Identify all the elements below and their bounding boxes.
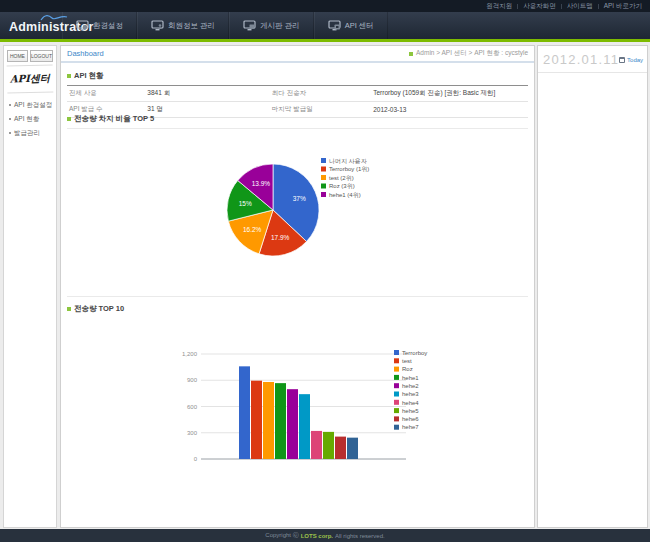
y-axis-tick-label: 1,200 xyxy=(182,351,198,357)
divider xyxy=(517,4,518,9)
sidebar-item-label: API 현황 xyxy=(14,115,39,124)
legend-swatch xyxy=(394,350,399,355)
nav-item-api-center[interactable]: API 센터 xyxy=(314,12,388,39)
nav-item-label: 환경설정 xyxy=(93,21,123,31)
section-title-api-status: API 현황 xyxy=(67,71,528,81)
bar-hehe6[interactable] xyxy=(335,437,346,459)
today-link[interactable]: Today xyxy=(619,57,643,63)
bar-legend-label: hehe4 xyxy=(402,400,419,406)
section-title-bar-top10: 전송량 TOP 10 xyxy=(67,304,528,318)
bar-hehe5[interactable] xyxy=(323,432,334,459)
nav-item-members[interactable]: 회원정보 관리 xyxy=(137,12,229,39)
section-bullet-icon xyxy=(67,74,71,78)
date-panel-header: 2012.01.11 Today xyxy=(538,46,647,73)
top-nav: 환경설정 회원정보 관리 게시판 관리 xyxy=(62,12,388,39)
bar-chart: 03006009001,200TerrorboytestRozhehe1hehe… xyxy=(61,334,536,484)
pie-percent-label: 13.9% xyxy=(252,180,271,187)
bar-legend-label: Terrorboy xyxy=(402,350,427,356)
bar-hehe1[interactable] xyxy=(275,383,286,459)
footer-brand: LOTS corp. xyxy=(301,533,333,539)
breadcrumb-bar: Dashboard Admin > API 센터 > API 현황 : cycs… xyxy=(61,46,534,63)
monitor-board-icon xyxy=(243,20,256,31)
pie-legend-label: Terrorboy (1위) xyxy=(329,166,369,172)
bullet-icon xyxy=(9,104,11,106)
pie-legend-label: test (2위) xyxy=(329,175,354,181)
breadcrumb-bullet-icon xyxy=(409,52,413,56)
main-panel: Dashboard Admin > API 센터 > API 현황 : cycs… xyxy=(60,45,535,528)
bar-legend-label: hehe1 xyxy=(402,375,419,381)
section-title-text: 전송량 TOP 10 xyxy=(74,304,124,314)
pie-percent-label: 16.2% xyxy=(243,226,262,233)
bar-hehe4[interactable] xyxy=(311,431,322,459)
bar-test[interactable] xyxy=(251,381,262,459)
legend-swatch xyxy=(321,192,326,197)
pie-percent-label: 37% xyxy=(293,195,306,202)
home-button[interactable]: HOME xyxy=(7,50,28,62)
status-label: 최다 전송자 xyxy=(270,86,371,102)
nav-item-board[interactable]: 게시판 관리 xyxy=(229,12,314,39)
sidebar-item-issue-management[interactable]: 발급관리 xyxy=(4,126,56,140)
sidebar-item-api-status[interactable]: API 현황 xyxy=(4,112,56,126)
y-axis-tick-label: 300 xyxy=(187,430,198,436)
pie-percent-label: 17.9% xyxy=(271,234,290,241)
legend-swatch xyxy=(321,167,326,172)
bar-Terrorboy[interactable] xyxy=(239,366,250,459)
bar-legend-label: hehe3 xyxy=(402,391,419,397)
bullet-icon xyxy=(9,118,11,120)
copyright-prefix: Copyright ⓒ xyxy=(265,531,298,540)
bar-legend-label: Roz xyxy=(402,366,413,372)
sidebar-menu: API 환경설정 API 현황 발급관리 xyxy=(4,98,56,140)
pie-chart: 37%17.9%16.2%15%13.9%나머지 사용자Terrorboy (1… xyxy=(61,128,536,296)
sidebar-item-api-settings[interactable]: API 환경설정 xyxy=(4,98,56,112)
section-title-text: 전송량 차지 비율 TOP 5 xyxy=(74,114,154,124)
legend-swatch xyxy=(321,184,326,189)
breadcrumb: Admin > API 센터 > API 현황 : cycstyle xyxy=(409,49,528,58)
nav-item-label: 회원정보 관리 xyxy=(168,21,215,31)
section-bullet-icon xyxy=(67,307,71,311)
logout-button[interactable]: LOGOUT xyxy=(30,50,53,62)
status-value: Terrorboy (1059회 전송) [권한: Basic 제한] xyxy=(371,86,528,102)
bar-Roz[interactable] xyxy=(263,382,274,459)
legend-swatch xyxy=(321,158,326,163)
legend-swatch xyxy=(394,400,399,405)
section-divider xyxy=(67,296,528,297)
nav-item-settings[interactable]: 환경설정 xyxy=(62,12,137,39)
utility-link-userview[interactable]: 사용자화면 xyxy=(523,2,556,11)
legend-swatch xyxy=(394,358,399,363)
utility-bar: 원격지원 사용자화면 사이트맵 API 바로가기 xyxy=(0,0,650,12)
sidebar-logo-api-center: API센터 xyxy=(7,64,54,93)
bar-legend-label: hehe7 xyxy=(402,424,419,430)
utility-link-api-shortcut[interactable]: API 바로가기 xyxy=(604,2,642,11)
pie-legend-label: hehe1 (4위) xyxy=(329,192,361,198)
calendar-icon xyxy=(619,57,625,63)
legend-swatch xyxy=(394,367,399,372)
bar-hehe3[interactable] xyxy=(299,394,310,459)
bar-legend-label: hehe2 xyxy=(402,383,419,389)
bullet-icon xyxy=(9,132,11,134)
utility-link-sitemap[interactable]: 사이트맵 xyxy=(567,2,593,11)
table-row: 전체 사용 3841 회 최다 전송자 Terrorboy (1059회 전송)… xyxy=(67,86,528,102)
bar-chart-area: 03006009001,200TerrorboytestRozhehe1hehe… xyxy=(61,334,536,484)
legend-swatch xyxy=(394,392,399,397)
divider xyxy=(561,4,562,9)
legend-swatch xyxy=(394,416,399,421)
legend-swatch xyxy=(394,375,399,380)
legend-swatch xyxy=(394,383,399,388)
api-status-section: API 현황 전체 사용 3841 회 최다 전송자 Terrorboy (10… xyxy=(67,71,528,118)
pie-legend-label: 나머지 사용자 xyxy=(329,158,367,164)
monitor-user-icon xyxy=(151,20,164,31)
section-bullet-icon xyxy=(67,117,71,121)
bar-legend-label: hehe6 xyxy=(402,416,419,422)
utility-link-remote[interactable]: 원격지원 xyxy=(486,2,512,11)
dashboard-link[interactable]: Dashboard xyxy=(67,49,104,58)
section-title-pie-top5: 전송량 차지 비율 TOP 5 xyxy=(67,114,528,129)
nav-item-label: API 센터 xyxy=(345,21,374,31)
section-title-text: API 현황 xyxy=(74,71,104,81)
bar-hehe7[interactable] xyxy=(347,438,358,459)
nav-item-label: 게시판 관리 xyxy=(260,21,300,31)
current-date: 2012.01.11 xyxy=(543,52,619,67)
bar-hehe2[interactable] xyxy=(287,389,298,459)
pie-chart-area: 37%17.9%16.2%15%13.9%나머지 사용자Terrorboy (1… xyxy=(61,128,536,296)
header-bar: Administrator 환경설정 회원정보 관리 xyxy=(0,12,650,42)
legend-swatch xyxy=(394,425,399,430)
